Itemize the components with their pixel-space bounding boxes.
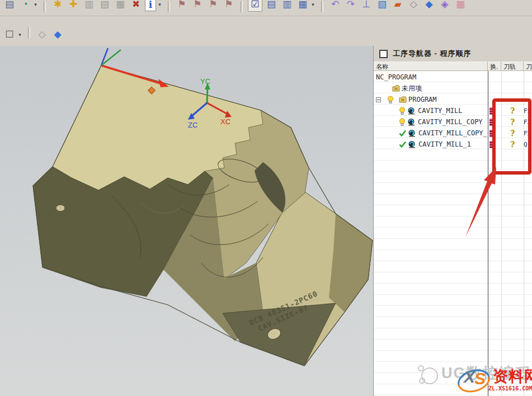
program-group-icon bbox=[399, 96, 407, 103]
dropdown-icon[interactable]: ▾ bbox=[157, 0, 163, 12]
tree-label: CAVITY_MILL_1 bbox=[418, 140, 471, 148]
paste-object-icon[interactable]: ▦ bbox=[114, 0, 127, 12]
xs-logo-x: X bbox=[464, 367, 475, 386]
edit-object-icon[interactable]: ▥ bbox=[82, 0, 96, 12]
machine-tool-view-icon[interactable]: ▤ bbox=[265, 0, 278, 12]
lightbulb-icon[interactable] bbox=[399, 118, 406, 126]
tree-label: 未用项 bbox=[402, 84, 422, 93]
copy-object-icon[interactable]: ▤ bbox=[98, 0, 111, 12]
cavity-mill-operation-icon bbox=[407, 107, 416, 115]
layer-settings-icon[interactable]: ▧ bbox=[375, 0, 389, 12]
shaded-display-icon[interactable]: ◆ bbox=[422, 0, 436, 12]
undo-icon[interactable]: ↶ bbox=[328, 0, 342, 12]
toolbar-separator bbox=[44, 1, 46, 12]
unshaded-cube-icon[interactable]: ◇ bbox=[35, 27, 49, 42]
cavity-mill-operation-icon bbox=[407, 118, 416, 126]
tree-row-unused-items[interactable]: 未用项 bbox=[374, 83, 532, 94]
watermark-url-text: ZL.XS1616.COM bbox=[488, 385, 532, 392]
program-order-view-icon[interactable]: ☑ bbox=[248, 0, 262, 12]
part-navigator-icon[interactable]: ▤ bbox=[3, 0, 16, 12]
column-header-toolpath[interactable]: 刀轨 bbox=[501, 62, 524, 71]
panel-title-bar[interactable]: 工序导航器 - 程序顺序 bbox=[374, 46, 532, 62]
column-header-row: 名称 换. 刀轨 刀 bbox=[374, 62, 532, 71]
cad-model[interactable]: DCB 48351-2PC60 CAV.SIZE-07 YC ZC XC bbox=[0, 46, 373, 396]
lightbulb-icon[interactable] bbox=[399, 107, 406, 115]
dropdown-icon[interactable]: ▾ bbox=[32, 0, 39, 12]
nx-cam-window: { "toolbar_main": { "icons": [ {"name":"… bbox=[0, 0, 532, 396]
column-header-toolchange[interactable]: 换. bbox=[488, 62, 501, 71]
complete-check-icon bbox=[399, 141, 406, 148]
watermark-brand-text: 资料网 bbox=[493, 366, 532, 386]
eraser-icon[interactable]: ▰ bbox=[391, 0, 404, 12]
tree-label: CAVITY_MILL bbox=[418, 107, 462, 115]
tree-label: CAVITY_MILL_COPY_... bbox=[418, 129, 488, 137]
datum-stamp-icon[interactable]: ⊥ bbox=[360, 0, 373, 12]
panel-icon bbox=[379, 50, 388, 58]
column-header-tool[interactable]: 刀 bbox=[524, 62, 532, 71]
model-hole-left bbox=[56, 205, 65, 211]
tree-label: CAVITY_MILL_COPY bbox=[418, 118, 483, 126]
replay-toolpath-icon[interactable]: ⚑ bbox=[191, 0, 204, 12]
verify-toolpath-icon[interactable]: ⚑ bbox=[206, 0, 220, 12]
machining-method-view-icon[interactable]: ▦ bbox=[296, 0, 309, 12]
object-info-icon[interactable]: i bbox=[145, 0, 156, 11]
cavity-mill-operation-icon bbox=[408, 129, 417, 137]
watermark-logo-dot bbox=[419, 378, 425, 384]
watermark-logo-dot bbox=[418, 365, 424, 371]
shaded-cube-icon[interactable]: ◆ bbox=[51, 27, 64, 42]
axis-label-zc: ZC bbox=[188, 121, 197, 129]
geometry-view-icon[interactable]: ▥ bbox=[280, 0, 294, 12]
wireframe-display-icon[interactable]: ◇ bbox=[407, 0, 420, 12]
toolbar-separator bbox=[321, 1, 323, 12]
tree-label: PROGRAM bbox=[408, 96, 437, 103]
generate-toolpath-icon[interactable]: ⚑ bbox=[175, 0, 189, 12]
delete-object-icon[interactable]: ✖ bbox=[129, 0, 143, 12]
xs-logo-s: S bbox=[474, 369, 486, 388]
lightbulb-icon[interactable] bbox=[387, 96, 394, 104]
panel-title: 工序导航器 - 程序顺序 bbox=[393, 49, 472, 59]
toolbar-separator bbox=[241, 1, 243, 12]
dropdown-icon[interactable]: ▾ bbox=[310, 0, 316, 12]
redo-icon[interactable]: ↷ bbox=[344, 0, 357, 12]
create-operation-icon[interactable]: ✚ bbox=[67, 0, 80, 12]
watermark-area: UG数控编程 X S 资料网 ZL.XS1616.COM bbox=[417, 361, 532, 396]
toolbar-separator bbox=[28, 27, 30, 39]
postprocess-icon[interactable]: ⚑ bbox=[222, 0, 236, 12]
tree-row-nc-program[interactable]: NC_PROGRAM bbox=[374, 72, 532, 83]
column-header-name[interactable]: 名称 bbox=[374, 62, 488, 71]
program-group-icon bbox=[392, 85, 400, 92]
snap-grid-icon[interactable]: ▦ bbox=[454, 0, 467, 12]
dropdown-icon[interactable]: ▾ bbox=[17, 27, 23, 42]
axis-label-xc: XC bbox=[220, 117, 230, 126]
operation-navigator-panel: 工序导航器 - 程序顺序 名称 换. 刀轨 刀 NC_PROGRAM 未用项 bbox=[373, 46, 532, 396]
graphics-viewport[interactable]: DCB 48351-2PC60 CAV.SIZE-07 YC ZC XC bbox=[0, 46, 373, 396]
toolbar-separator bbox=[168, 1, 170, 12]
tree-label: NC_PROGRAM bbox=[376, 73, 416, 81]
cavity-mill-operation-icon bbox=[408, 140, 417, 148]
create-tool-icon[interactable]: ✱ bbox=[51, 0, 64, 12]
highlight-rectangle-annotation bbox=[492, 98, 531, 175]
history-clock-icon[interactable]: ◔ bbox=[18, 0, 32, 12]
main-toolbar: ▤◔▾✱✚▥▤▦✖i▾⚑⚑⚑⚑☑▤▥▦▾↶↷⊥▧▰◇◆◈▦ bbox=[0, 0, 532, 16]
complete-check-icon bbox=[399, 130, 406, 136]
select-rectangle-icon[interactable]: ☐ bbox=[3, 27, 16, 42]
axis-label-yc: YC bbox=[200, 77, 210, 86]
pan-icon[interactable]: ◈ bbox=[438, 0, 451, 12]
collapse-expander-icon[interactable] bbox=[376, 97, 381, 102]
